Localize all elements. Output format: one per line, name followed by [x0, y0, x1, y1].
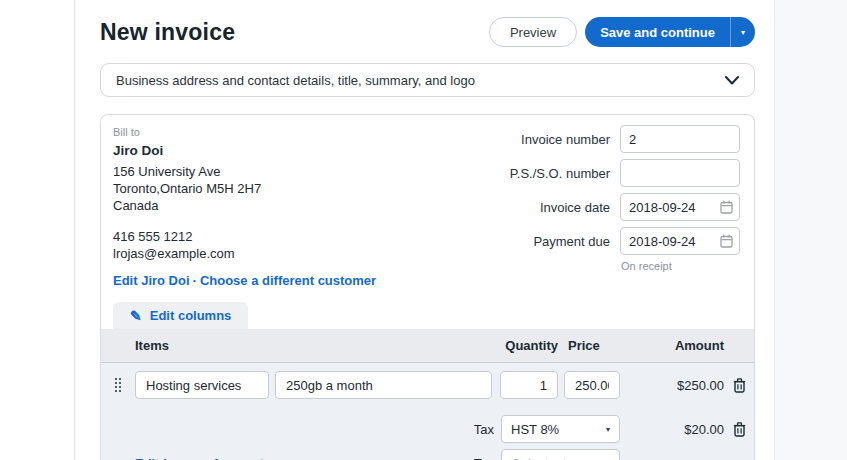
tax-label: Tax — [474, 422, 501, 437]
quantity-input[interactable] — [500, 371, 558, 399]
pencil-icon: ✎ — [130, 309, 142, 323]
link-separator: · — [193, 273, 197, 288]
invoice-date-row: Invoice date — [478, 193, 740, 221]
caret-down-icon: ▾ — [606, 425, 610, 434]
price-input[interactable] — [564, 371, 620, 399]
trash-icon — [733, 422, 746, 437]
caret-down-icon: ▾ — [741, 28, 745, 37]
invoice-date-input[interactable] — [620, 193, 740, 221]
customer-contact: 416 555 1212 lrojas@example.com — [113, 228, 376, 262]
tax-row-1: Tax HST 8% ▾ $20.00 — [101, 415, 754, 443]
save-and-continue-button[interactable]: Save and continue — [585, 17, 730, 47]
page-title: New invoice — [100, 19, 235, 46]
chevron-down-icon — [725, 76, 739, 85]
payment-due-label: Payment due — [478, 234, 620, 249]
edit-columns-button[interactable]: ✎ Edit columns — [113, 302, 248, 329]
invoice-fields: Invoice number P.S./S.O. number Invoice … — [478, 124, 740, 289]
payment-due-row: Payment due — [478, 227, 740, 255]
bill-to-label: Bill to — [113, 124, 376, 141]
business-details-collapse-bar[interactable]: Business address and contact details, ti… — [100, 63, 755, 97]
delete-tax-button[interactable] — [733, 422, 746, 437]
po-number-input[interactable] — [620, 159, 740, 187]
amount-column-header: Amount — [620, 338, 724, 353]
delete-item-button[interactable] — [733, 378, 746, 393]
items-table-body: $250.00 Tax HST 8% ▾ — [101, 363, 754, 460]
invoice-editor-panel: New invoice Preview Save and continue ▾ … — [76, 0, 774, 460]
tax-select-1[interactable]: HST 8% ▾ — [501, 415, 620, 443]
customer-address-line-3: Canada — [113, 197, 376, 214]
edit-columns-tab-row: ✎ Edit columns — [101, 302, 754, 329]
edit-columns-label: Edit columns — [150, 308, 232, 323]
item-name-input[interactable] — [135, 371, 269, 399]
payment-terms-note-row: On receipt — [478, 261, 740, 272]
payment-due-input[interactable] — [620, 227, 740, 255]
header-actions: Preview Save and continue ▾ — [489, 17, 755, 47]
tax-amount-empty: — — [620, 456, 724, 460]
customer-phone: 416 555 1212 — [113, 228, 376, 245]
tax-row-2: Edit Income Account Tax Select a tax ▾ — — [101, 449, 754, 460]
tax-label: Tax — [474, 456, 501, 460]
customer-links: Edit Jiro Doi·Choose a different custome… — [113, 272, 376, 289]
business-details-label: Business address and contact details, ti… — [116, 73, 475, 88]
tax-amount: $20.00 — [620, 422, 724, 437]
quantity-column-header: Quantity — [500, 338, 558, 353]
tax-select-2[interactable]: Select a tax ▾ — [501, 449, 620, 460]
customer-name: Jiro Doi — [113, 142, 376, 159]
invoice-number-input[interactable] — [620, 125, 740, 153]
item-description-input[interactable] — [275, 371, 492, 399]
edit-income-account-link[interactable]: Edit Income Account — [135, 456, 264, 460]
preview-button[interactable]: Preview — [489, 17, 577, 47]
choose-different-customer-link[interactable]: Choose a different customer — [200, 273, 376, 288]
save-and-continue-split-button: Save and continue ▾ — [585, 17, 755, 47]
edit-customer-link[interactable]: Edit Jiro Doi — [113, 273, 190, 288]
invoice-number-row: Invoice number — [478, 125, 740, 153]
invoice-card-top: Bill to Jiro Doi 156 University Ave Toro… — [101, 115, 754, 289]
invoice-card: Bill to Jiro Doi 156 University Ave Toro… — [100, 114, 755, 460]
customer-address-line-2: Toronto,Ontario M5H 2H7 — [113, 180, 376, 197]
invoice-number-label: Invoice number — [478, 132, 620, 147]
items-column-header: Items — [135, 338, 269, 353]
customer-email: lrojas@example.com — [113, 245, 376, 262]
save-options-caret-button[interactable]: ▾ — [730, 17, 755, 47]
item-row: $250.00 — [101, 371, 754, 399]
page-header: New invoice Preview Save and continue ▾ — [100, 0, 755, 48]
tax-select-1-value: HST 8% — [511, 422, 559, 437]
po-number-label: P.S./S.O. number — [478, 166, 620, 181]
items-table-header: Items Quantity Price Amount — [101, 329, 754, 363]
bill-to-section: Bill to Jiro Doi 156 University Ave Toro… — [113, 124, 376, 289]
left-page-margin — [0, 0, 75, 460]
trash-icon — [733, 378, 746, 393]
invoice-date-label: Invoice date — [478, 200, 620, 215]
right-page-background — [774, 0, 847, 460]
line-amount: $250.00 — [620, 378, 724, 393]
po-number-row: P.S./S.O. number — [478, 159, 740, 187]
payment-terms-note: On receipt — [620, 260, 740, 272]
drag-handle-icon[interactable] — [115, 378, 121, 392]
price-column-header: Price — [564, 338, 620, 353]
tax-select-2-placeholder: Select a tax — [511, 456, 579, 460]
customer-address-line-1: 156 University Ave — [113, 163, 376, 180]
